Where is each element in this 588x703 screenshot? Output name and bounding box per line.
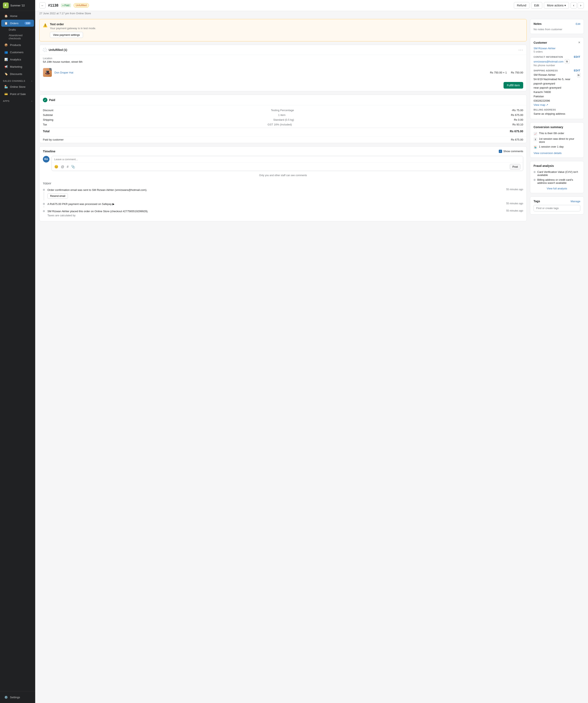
notes-header: Notes Edit <box>530 19 584 27</box>
analytics-icon: 📊 <box>4 58 8 61</box>
product-name-link[interactable]: Don Draper Hat <box>55 71 73 74</box>
more-actions-button[interactable]: More actions ▾ <box>544 2 569 9</box>
product-unit-price: Rs 750.00 × 1 <box>490 71 507 74</box>
sidebar-item-online-store[interactable]: 🏪 Online Store <box>1 83 34 90</box>
notes-body: No notes from customer <box>530 27 584 34</box>
sidebar-item-products[interactable]: 📦 Products <box>1 42 34 49</box>
hashtag-icon[interactable]: # <box>67 165 69 169</box>
customer-header: Customer × <box>530 37 584 47</box>
notes-title: Notes <box>533 22 541 25</box>
payment-row-tax: Tax GST 16% (Included) Rs 93.10 <box>43 122 523 127</box>
content-sidebar: Notes Edit No notes from customer Custom… <box>530 19 584 221</box>
apps-label: Apps <box>3 100 9 102</box>
sidebar-item-label: Settings <box>10 696 20 699</box>
unfulfilled-title-row: ◌ Unfulfilled (1) <box>43 48 67 52</box>
clock-icon: ◌ <box>44 49 46 51</box>
conversion-item-0: 📈 This is their 0th order <box>533 131 580 137</box>
notes-edit-button[interactable]: Edit <box>576 22 580 25</box>
shipping-edit-button[interactable]: Edit <box>574 69 580 72</box>
test-order-info: Test order Your payment gateway is in te… <box>50 22 96 38</box>
customer-name-link[interactable]: SM Rizwan Akhter <box>533 47 580 50</box>
test-order-description: Your payment gateway is in test mode. <box>50 27 96 30</box>
sidebar-item-abandoned[interactable]: Abandoned checkouts <box>0 32 35 41</box>
customer-close-button[interactable]: × <box>578 41 580 45</box>
location-info: Location 5A 19th house number, street 6t… <box>40 55 526 65</box>
mention-icon[interactable]: @ <box>61 165 64 169</box>
nav-arrows: ‹ › <box>571 2 584 8</box>
paid-icon: ✓ <box>43 98 48 102</box>
timeline-event-2: A Rs675.00 PKR payment was processed on … <box>43 201 523 208</box>
product-info: Don Draper Hat <box>55 71 488 74</box>
user-avatar: RA <box>43 156 50 162</box>
top-bar: ← #1138 Paid Unfulfilled Refund Edit Mor… <box>35 0 588 11</box>
sidebar-item-customers[interactable]: 👥 Customers <box>1 49 34 56</box>
payment-row-discount: Discount Testing Percentage -Rs 75.00 <box>43 108 523 112</box>
back-button[interactable]: ← <box>39 2 46 8</box>
contact-edit-button[interactable]: Edit <box>574 55 580 58</box>
sidebar: Summer '22 🏠 Home 📋 Orders 118 Drafts Ab… <box>0 0 35 703</box>
customer-title: Customer <box>533 41 547 44</box>
test-order-card: ⚠️ Test order Your payment gateway is in… <box>39 19 527 42</box>
marketing-icon: 📢 <box>4 65 8 69</box>
attachment-icon[interactable]: 📎 <box>71 165 75 169</box>
sidebar-item-marketing[interactable]: 📢 Marketing <box>1 63 34 70</box>
paid-header: ✓ Paid <box>40 95 526 105</box>
sidebar-item-analytics[interactable]: 📊 Analytics <box>1 56 34 63</box>
payment-row-total: Total Rs 675.00 <box>43 128 523 134</box>
conversion-text-2: 1 session over 1 day <box>539 145 564 148</box>
view-map-link[interactable]: View map ↗ <box>533 103 548 106</box>
view-fraud-link[interactable]: View full analysis <box>533 187 580 190</box>
tags-title: Tags <box>533 200 540 203</box>
sidebar-item-orders[interactable]: 📋 Orders 118 <box>1 20 34 27</box>
edit-button[interactable]: Edit <box>531 2 542 9</box>
comment-input[interactable] <box>52 156 523 162</box>
timeline-event-3: SM Rizwan Akhter placed this order on On… <box>43 208 523 219</box>
timeline-content-3: SM Rizwan Akhter placed this order on On… <box>48 209 523 217</box>
chevron-down-icon: ▾ <box>565 4 566 7</box>
sidebar-item-discounts[interactable]: 🏷️ Discounts <box>1 70 34 77</box>
timeline-section: TODAY Order confirmation email was sent … <box>40 179 526 221</box>
timeline-dot-2 <box>43 203 45 205</box>
sidebar-item-pos[interactable]: 💳 Point of Sale <box>1 90 34 97</box>
sidebar-item-label: Discounts <box>10 72 22 76</box>
contact-row: smrizwans@hotmail.com ⧉ <box>533 59 580 64</box>
tags-manage-button[interactable]: Manage <box>571 200 580 203</box>
sidebar-item-settings[interactable]: ⚙️ Settings <box>1 694 34 701</box>
fraud-dot-1 <box>533 179 536 181</box>
copy-address-button[interactable]: ⧉ <box>577 73 580 77</box>
conversion-text-0: This is their 0th order <box>539 132 564 135</box>
sidebar-item-label: Online Store <box>10 85 25 88</box>
sidebar-item-label: Products <box>10 44 21 47</box>
sidebar-item-home[interactable]: 🏠 Home <box>1 12 34 19</box>
fraud-body: Card Verification Value (CVV) isn't avai… <box>530 169 584 193</box>
customer-email-link[interactable]: smrizwans@hotmail.com <box>533 60 564 63</box>
view-conversion-link[interactable]: View conversion details <box>533 152 580 155</box>
copy-email-button[interactable]: ⧉ <box>565 59 569 64</box>
resend-email-button[interactable]: Resend email <box>48 193 68 199</box>
refund-button[interactable]: Refund <box>514 2 529 9</box>
chevron-right-icon-apps: › <box>31 100 32 102</box>
show-comments-toggle[interactable]: Show comments <box>499 150 523 153</box>
view-payment-settings-button[interactable]: View payment settings <box>50 32 83 38</box>
staff-note: Only you and other staff can see comment… <box>40 174 526 179</box>
timeline-title: Timeline <box>43 149 56 153</box>
paid-badge: Paid <box>61 4 71 7</box>
timeline-event-row-3: SM Rizwan Akhter placed this order on On… <box>48 209 523 217</box>
fraud-card: Fraud analysis Card Verification Value (… <box>530 161 584 193</box>
emoji-icon[interactable]: 😊 <box>54 165 58 169</box>
next-order-button[interactable]: › <box>578 2 584 8</box>
prev-order-button[interactable]: ‹ <box>571 2 577 8</box>
fraud-header: Fraud analysis <box>530 161 584 169</box>
more-options-icon[interactable]: ··· <box>518 48 523 52</box>
fulfill-item-button[interactable]: Fulfill item <box>504 82 523 89</box>
show-comments-checkbox[interactable] <box>499 150 502 153</box>
online-store-icon: 🏪 <box>4 85 8 89</box>
apps-section[interactable]: Apps › <box>0 98 35 103</box>
product-image: 🎩 1 <box>43 68 52 77</box>
sales-channels-section[interactable]: Sales channels › <box>0 78 35 83</box>
post-comment-button[interactable]: Post <box>510 164 520 169</box>
tags-input[interactable] <box>533 205 580 211</box>
sidebar-item-label: Customers <box>10 51 23 54</box>
shipping-address-label: SHIPPING ADDRESS Edit <box>533 69 580 72</box>
sidebar-item-drafts[interactable]: Drafts <box>0 27 35 32</box>
